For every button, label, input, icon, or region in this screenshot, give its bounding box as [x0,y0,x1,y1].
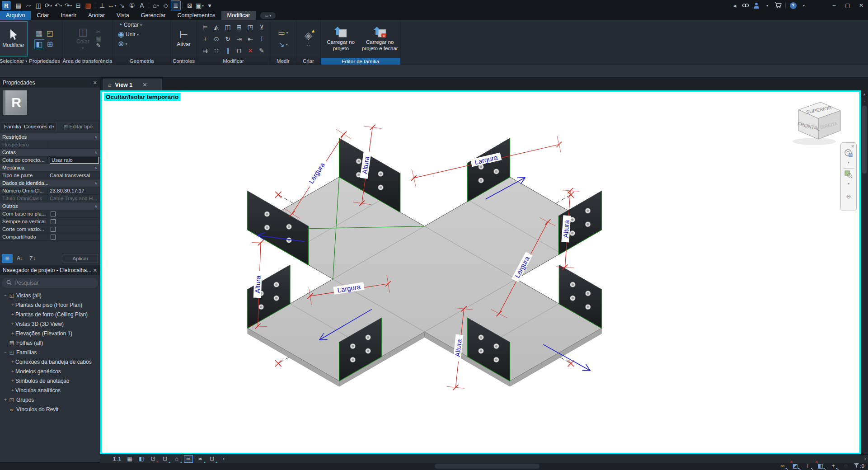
properties-icon[interactable]: ◧ [34,39,44,49]
copy-icon[interactable]: ⊙ [211,33,222,45]
progress-icon[interactable]: ◌ [842,461,850,470]
modify-button[interactable]: Modificar [0,21,28,56]
property-row[interactable]: Com base no pla... [0,210,100,218]
copy-clipboard-icon[interactable]: ▣ [96,36,101,42]
select-pinned-icon[interactable]: ⊺↖ [804,461,812,470]
status-scrollbar[interactable] [435,464,540,469]
undo-icon[interactable]: ↶▾ [53,0,63,10]
tab-anotar[interactable]: Anotar [82,11,111,20]
help-dropdown-icon[interactable]: ▾ [798,0,809,10]
open-icon[interactable]: ▱ [23,0,33,10]
view-tab[interactable]: ⌂ View 1 ✕ [103,79,162,90]
sort-za-icon[interactable]: Z↓ [27,254,38,263]
ribbon-options-icon[interactable]: ▭ ▾ [260,12,276,19]
scale-icon[interactable]: ◳ [245,21,256,33]
expander-icon[interactable]: + [10,359,15,364]
family-types-icon[interactable]: ⊞ [45,39,55,49]
close-button[interactable]: ✕ [854,0,868,11]
account-icon[interactable] [751,0,762,10]
sync-icon[interactable]: ⟳▾ [43,0,53,10]
tree-item-plantas-de-piso-floor-plan[interactable]: +Plantas de piso (Floor Plan) [0,300,100,310]
tab-complementos[interactable]: Complementos [172,11,221,20]
unpin-icon[interactable]: ⊻ [256,21,267,33]
panel-label-propriedades[interactable]: Propriedades [27,57,62,65]
join-geometry-button[interactable]: ◉Unir▾ [117,30,140,38]
expander-icon[interactable]: + [10,321,15,326]
tab-inserir[interactable]: Inserir [55,11,82,20]
scroll-box-icon[interactable]: ▫ [861,98,868,105]
tag-icon[interactable]: ① [127,0,137,10]
viewcube[interactable]: SUPERIOR FRONTAL DIREITA [787,96,846,146]
value-cell[interactable]: 23.80.30.17.17 [48,187,100,194]
dimension-label[interactable]: Largura [305,158,328,188]
array-icon[interactable]: ∷ [211,45,222,56]
sort-default-icon[interactable]: ≣ [2,254,13,263]
tree-item-s-mbolos-de-anota-o[interactable]: +Símbolos de anotação [0,376,100,385]
tree-item-folhas-all[interactable]: ▤Folhas (all) [0,338,100,348]
property-section[interactable]: Mecânica∧ [0,164,100,172]
split-gap-icon[interactable]: ∥ [222,45,234,56]
match-icon[interactable]: ✎ [256,45,267,56]
switch-windows-icon[interactable]: ▣▾ [195,0,205,10]
tree-item-conex-es-da-bandeja-de-cabos[interactable]: +Conexões da bandeja de cabos [0,357,100,367]
scale-button[interactable]: 1:1 [113,456,122,461]
property-row[interactable]: Tipo de parteCanal transversal [0,172,100,179]
select-links-icon[interactable]: ∞↖ [779,461,787,470]
hscroll-right-icon[interactable]: › [864,456,866,462]
detail-level-icon[interactable]: ▦ [125,455,134,463]
tree-item-grupos[interactable]: +◳Grupos [0,395,100,404]
tab-arquivo[interactable]: Arquivo [0,11,31,20]
property-section[interactable]: Outros∧ [0,202,100,210]
pin-icon[interactable]: ⊺ [256,33,267,45]
expander-icon[interactable]: − [3,293,8,298]
account-dropdown-icon[interactable]: ▾ [762,0,773,10]
checkbox[interactable] [51,212,56,216]
vertical-scrollbar[interactable]: ▴ ▫ [861,90,868,454]
property-section[interactable]: Restrições∧ [0,133,100,141]
edit-type-button[interactable]: ⊞ Editar tipo [58,122,98,131]
expander-icon[interactable]: + [10,378,15,383]
object-styles-icon[interactable]: ▦ [34,28,44,38]
expander-icon[interactable]: − [3,350,8,355]
expander-icon[interactable]: + [10,369,15,374]
tree-item-v-nculos-anal-ticos[interactable]: +Vínculos analíticos [0,385,100,395]
measure-icon[interactable]: ⊥ [97,0,107,10]
help-icon[interactable]: ? [788,0,798,10]
aligned-dimension-icon[interactable]: ↔▾ [107,0,117,10]
measure-between-button[interactable]: ↘▾ [277,41,289,49]
default-3d-view-icon[interactable]: ⌂▾ [151,0,161,10]
delete-icon[interactable]: × [245,45,256,56]
wall-joins-icon[interactable]: ⊓ [234,45,245,56]
scrollbar-thumb[interactable] [862,106,867,174]
close-inactive-windows-icon[interactable]: ⊠ [185,0,195,10]
expander-icon[interactable]: + [10,331,15,336]
drawing-canvas[interactable]: Ocultar/Isolar temporário LarguraAlturaL… [100,90,861,454]
steering-wheel-icon[interactable] [844,149,853,158]
tab-vista[interactable]: Vista [111,11,135,20]
show-crop-icon[interactable]: ⊡● [160,455,169,463]
text-icon[interactable]: A [137,0,147,10]
insert-from-file-icon[interactable]: ▥ [83,0,93,10]
tree-item-vistas-3d-3d-view[interactable]: +Vistas 3D (3D View) [0,319,100,329]
panel-label-medir[interactable]: Medir [270,57,296,65]
crop-region-icon[interactable]: ⊡✕ [149,455,158,463]
mirror-icon[interactable]: ◭ [211,21,222,33]
visual-style-icon[interactable]: ◧ [137,455,146,463]
tab-modificar[interactable]: Modificar [221,11,256,20]
property-section[interactable]: Dados de identida...∧ [0,179,100,187]
match-properties-icon[interactable]: ✎ [96,42,101,48]
expander-icon[interactable]: + [3,397,8,402]
search-input[interactable] [14,280,87,286]
revit-logo-icon[interactable]: R [2,1,11,10]
tree-item-v-nculos-do-revit[interactable]: ∞Vínculos do Revit [0,404,100,414]
tab-gerenciar[interactable]: Gerenciar [135,11,172,20]
temporary-hide-isolate-icon[interactable]: ∞ [184,455,193,463]
navbar-close-icon[interactable]: ✕ [851,144,854,149]
temporary-view-properties-icon[interactable]: ⊟● [207,455,216,463]
extend-icon[interactable]: ⇤ [245,33,256,45]
paint-button[interactable]: ⊚▾ [117,40,128,48]
section-icon[interactable]: ◇ [161,0,171,10]
panel-label-editor-familia[interactable]: Editor de família [321,58,400,65]
tab-criar[interactable]: Criar [31,11,55,20]
zoom-dropdown-icon[interactable]: ▾ [848,179,849,188]
